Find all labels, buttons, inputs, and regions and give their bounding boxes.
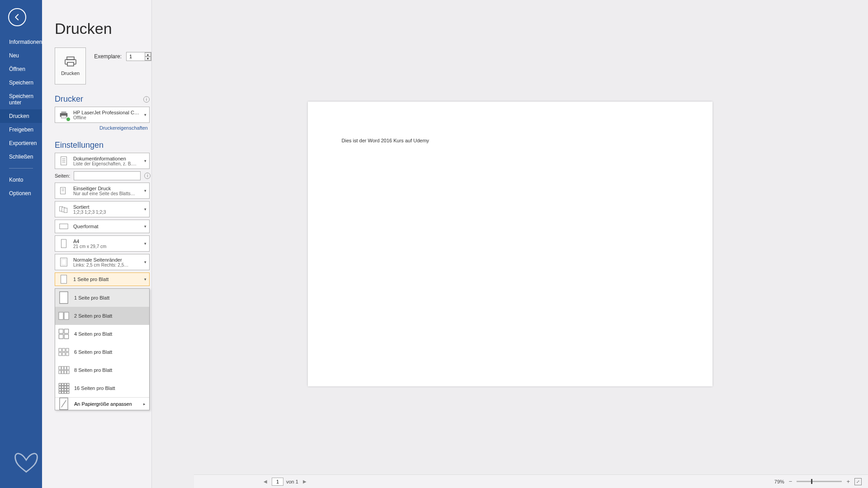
- sidebar-item-neu[interactable]: Neu: [0, 49, 42, 62]
- paper-size-dropdown[interactable]: A4 21 cm x 29,7 cm: [55, 235, 150, 252]
- sidebar-item-schliessen[interactable]: Schließen: [0, 150, 42, 164]
- pages-per-sheet-option-4[interactable]: 4 Seiten pro Blatt: [55, 325, 149, 343]
- printer-name: HP LaserJet Professional CP…: [73, 110, 140, 115]
- pages-per-sheet-option-1[interactable]: 1 Seite pro Blatt: [55, 289, 149, 307]
- pages-per-sheet-option-6[interactable]: 6 Seiten pro Blatt: [55, 343, 149, 361]
- page-navigation: ◀ von 1 ▶: [262, 478, 308, 486]
- printer-device-icon: [58, 109, 70, 121]
- pages-per-sheet-menu: 1 Seite pro Blatt 2 Seiten pro Blatt 4 S…: [55, 288, 150, 410]
- zoom-in-button[interactable]: +: [846, 478, 850, 485]
- svg-rect-4: [61, 112, 66, 113]
- sides-line2: Nur auf eine Seite des Blatts…: [73, 191, 140, 196]
- svg-rect-41: [67, 371, 69, 374]
- document-info-icon: [58, 155, 70, 167]
- scale-to-paper-item[interactable]: An Papiergröße anpassen: [55, 397, 149, 410]
- sidebar-item-optionen[interactable]: Optionen: [0, 187, 42, 200]
- option-label: 1 Seite pro Blatt: [74, 295, 109, 300]
- svg-rect-22: [59, 312, 63, 319]
- sidebar-item-exportieren[interactable]: Exportieren: [0, 136, 42, 150]
- margins-dropdown[interactable]: Normale Seitenränder Links: 2,5 cm Recht…: [55, 254, 150, 270]
- svg-rect-44: [64, 383, 66, 385]
- svg-rect-23: [64, 312, 69, 319]
- svg-rect-33: [66, 352, 69, 356]
- collate-line2: 1;2;3 1;2;3 1;2;3: [73, 210, 140, 215]
- svg-rect-29: [62, 348, 65, 352]
- pages-info-icon[interactable]: i: [144, 173, 151, 179]
- svg-rect-47: [61, 386, 64, 388]
- main-pane: Dokument1.docx - Word ? − ❐ ✕ Anmelden D…: [42, 0, 868, 488]
- pages-per-sheet-option-8[interactable]: 8 Seiten pro Blatt: [55, 361, 149, 379]
- orientation-dropdown[interactable]: Querformat: [55, 220, 150, 233]
- printer-info-icon[interactable]: i: [143, 96, 150, 103]
- sidebar-separator: [9, 168, 33, 169]
- printer-properties-link[interactable]: Druckereigenschaften: [55, 125, 148, 131]
- copies-up-button[interactable]: ▲: [145, 52, 151, 56]
- sides-dropdown[interactable]: Einseitiger Druck Nur auf eine Seite des…: [55, 183, 150, 199]
- zoom-slider-thumb[interactable]: [811, 479, 812, 484]
- copies-down-button[interactable]: ▼: [145, 56, 151, 61]
- sixteen-up-icon: [58, 382, 70, 394]
- pages-per-sheet-option-16[interactable]: 16 Seiten pro Blatt: [55, 379, 149, 397]
- printer-section-heading: Drucker: [55, 94, 83, 104]
- scale-to-paper-icon: [58, 398, 70, 410]
- fit-to-window-button[interactable]: ⤢: [854, 478, 862, 485]
- print-what-line2: Liste der Eigenschaften, z. B.…: [73, 161, 140, 166]
- page-preview: Dies ist der Word 2016 Kurs auf Udemy: [308, 102, 712, 386]
- zoom-percent[interactable]: 79%: [774, 479, 784, 484]
- two-up-icon: [58, 310, 70, 322]
- svg-rect-43: [61, 383, 64, 385]
- sidebar-item-freigeben[interactable]: Freigeben: [0, 123, 42, 136]
- sidebar-item-speichern[interactable]: Speichern: [0, 76, 42, 89]
- print-what-line1: Dokumentinformationen: [73, 156, 140, 161]
- svg-rect-6: [61, 157, 67, 165]
- page-heading: Drucken: [55, 20, 151, 38]
- zoom-controls: 79% − + ⤢: [774, 478, 862, 485]
- back-button[interactable]: [8, 8, 26, 26]
- prev-page-button[interactable]: ◀: [262, 479, 269, 484]
- sidebar-item-informationen[interactable]: Informationen: [0, 35, 42, 49]
- collate-dropdown[interactable]: Sortiert 1;2;3 1;2;3 1;2;3: [55, 201, 150, 217]
- printer-icon: [64, 56, 77, 67]
- margins-line2: Links: 2,5 cm Rechts: 2,5…: [73, 263, 140, 267]
- copies-label: Exemplare:: [94, 53, 122, 60]
- landscape-icon: [58, 221, 70, 232]
- page-of-label: von 1: [286, 479, 298, 484]
- printer-dropdown[interactable]: HP LaserJet Professional CP… Offline: [55, 107, 150, 123]
- preview-bottom-bar: ◀ von 1 ▶ 79% − + ⤢: [194, 474, 868, 488]
- pages-input[interactable]: [74, 171, 141, 180]
- next-page-button[interactable]: ▶: [301, 479, 308, 484]
- backstage-sidebar: Informationen Neu Öffnen Speichern Speic…: [0, 0, 42, 488]
- six-up-icon: [58, 346, 70, 358]
- app-logo: [0, 447, 42, 488]
- four-up-icon: [58, 328, 70, 340]
- sidebar-item-drucken[interactable]: Drucken: [0, 109, 42, 123]
- sidebar-item-konto[interactable]: Konto: [0, 173, 42, 187]
- svg-rect-0: [67, 57, 74, 60]
- svg-rect-5: [61, 116, 66, 118]
- one-page-icon: [58, 273, 70, 285]
- zoom-slider[interactable]: [797, 481, 842, 482]
- sidebar-item-oeffnen[interactable]: Öffnen: [0, 62, 42, 76]
- svg-rect-53: [67, 389, 69, 391]
- print-settings-pane: Drucken Drucken Exemplare: ▲ ▼: [42, 0, 152, 488]
- current-page-input[interactable]: [272, 478, 283, 486]
- pages-per-sheet-dropdown[interactable]: 1 Seite pro Blatt: [55, 272, 150, 286]
- print-button[interactable]: Drucken: [55, 47, 86, 84]
- margins-line1: Normale Seitenränder: [73, 257, 140, 263]
- collate-line1: Sortiert: [73, 204, 140, 210]
- pages-label: Seiten:: [55, 173, 70, 178]
- print-what-dropdown[interactable]: Dokumentinformationen Liste der Eigensch…: [55, 153, 150, 169]
- svg-rect-28: [59, 348, 61, 352]
- paper-icon: [58, 238, 70, 249]
- one-up-icon: [58, 292, 70, 304]
- svg-rect-34: [59, 366, 61, 370]
- svg-rect-16: [60, 224, 68, 229]
- sidebar-nav: Informationen Neu Öffnen Speichern Speic…: [0, 35, 42, 200]
- svg-rect-35: [61, 366, 64, 370]
- svg-rect-48: [64, 386, 66, 388]
- option-label: 6 Seiten pro Blatt: [74, 349, 112, 355]
- pages-per-sheet-option-2[interactable]: 2 Seiten pro Blatt: [55, 307, 149, 325]
- svg-rect-26: [59, 334, 63, 338]
- zoom-out-button[interactable]: −: [789, 478, 793, 485]
- sidebar-item-speichern-unter[interactable]: Speichern unter: [0, 89, 42, 109]
